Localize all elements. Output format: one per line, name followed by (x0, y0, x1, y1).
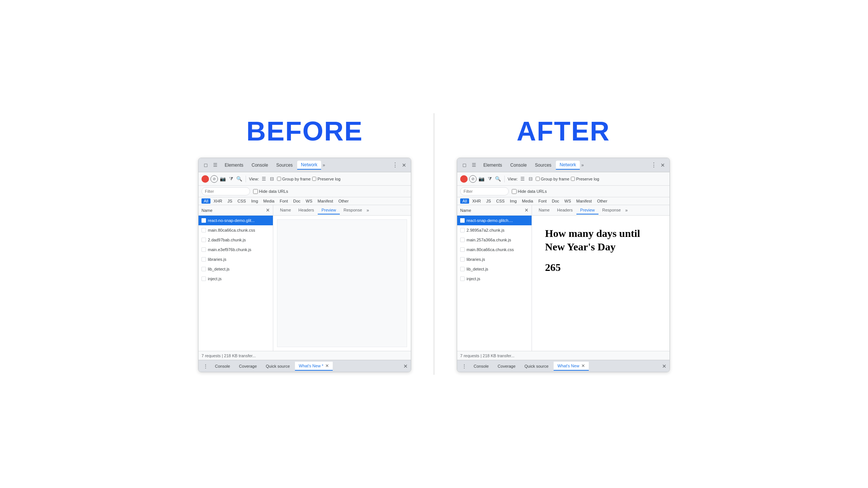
before-type-font[interactable]: Font (277, 198, 290, 204)
after-file-item-2[interactable]: main.257a366a.chunk.js (457, 235, 532, 245)
after-type-media[interactable]: Media (520, 198, 535, 204)
before-large-view-icon[interactable]: ⊟ (269, 176, 276, 182)
after-file-item-1[interactable]: 2.9895a7a2.chunk.js (457, 225, 532, 235)
after-drawer-quick-source[interactable]: Quick source (521, 362, 552, 370)
before-filter-input[interactable] (201, 187, 250, 195)
after-group-by-frame-checkbox[interactable] (536, 177, 540, 181)
before-file-item-3[interactable]: main.e3ef976b.chunk.js (198, 245, 273, 254)
after-type-img[interactable]: Img (508, 198, 519, 204)
before-hide-data-urls-checkbox[interactable] (253, 189, 258, 194)
before-type-js[interactable]: JS (225, 198, 234, 204)
before-type-manifest[interactable]: Manifest (316, 198, 336, 204)
after-drawer-whats-new-close[interactable]: ✕ (581, 363, 585, 368)
before-cursor-icon[interactable]: ◻ (201, 161, 210, 169)
after-drawer-menu[interactable]: ⋮ (460, 363, 468, 369)
after-file-item-0[interactable]: react-snap-demo.glitch.... (457, 216, 532, 225)
after-clear-button[interactable]: ⊘ (469, 175, 477, 183)
before-type-other[interactable]: Other (336, 198, 351, 204)
before-tab-network[interactable]: Network (297, 161, 321, 170)
after-file-item-6[interactable]: inject.js (457, 274, 532, 284)
before-panel-tab-name[interactable]: Name (276, 206, 295, 214)
before-type-doc[interactable]: Doc (291, 198, 303, 204)
after-file-item-3[interactable]: main.80ca66ca.chunk.css (457, 245, 532, 254)
after-panel-tab-preview[interactable]: Preview (576, 206, 598, 214)
before-search-icon[interactable]: 🔍 (236, 176, 243, 182)
before-type-img[interactable]: Img (249, 198, 260, 204)
after-drawer-whats-new[interactable]: What's New ✕ (554, 362, 588, 371)
before-filter-icon[interactable]: ⧩ (228, 176, 234, 182)
after-tab-close[interactable]: ✕ (659, 162, 667, 168)
before-record-button[interactable] (201, 175, 209, 183)
before-type-media[interactable]: Media (261, 198, 277, 204)
before-drawer-quick-source[interactable]: Quick source (262, 362, 293, 370)
after-panel-tab-headers[interactable]: Headers (553, 206, 576, 214)
before-type-ws[interactable]: WS (304, 198, 315, 204)
before-file-item-4[interactable]: libraries.js (198, 254, 273, 264)
after-type-css[interactable]: CSS (494, 198, 507, 204)
before-drawer-coverage[interactable]: Coverage (235, 362, 261, 370)
after-drawer-close[interactable]: ✕ (662, 363, 667, 369)
before-drawer-whats-new-close[interactable]: ✕ (325, 363, 329, 368)
before-drawer-menu[interactable]: ⋮ (201, 363, 210, 369)
before-tab-console[interactable]: Console (248, 161, 272, 169)
before-panel-tab-response[interactable]: Response (340, 206, 366, 214)
after-panel-tab-name[interactable]: Name (535, 206, 553, 214)
after-search-icon[interactable]: 🔍 (495, 176, 501, 182)
before-tab-menu[interactable]: ⋮ (391, 161, 400, 169)
before-tab-close[interactable]: ✕ (400, 162, 408, 168)
after-hide-data-urls-checkbox[interactable] (512, 189, 517, 194)
before-panel-tab-more[interactable]: » (367, 208, 369, 213)
after-large-view-icon[interactable]: ⊟ (527, 176, 534, 182)
after-file-list-close[interactable]: ✕ (524, 207, 529, 213)
after-tab-sources[interactable]: Sources (531, 161, 555, 169)
before-type-css[interactable]: CSS (235, 198, 248, 204)
before-file-item-1[interactable]: main.80ca66ca.chunk.css (198, 225, 273, 235)
after-device-icon[interactable]: ☰ (470, 161, 478, 169)
before-file-item-6[interactable]: inject.js (198, 274, 273, 284)
before-list-view-icon[interactable]: ☰ (261, 176, 267, 182)
after-type-js[interactable]: JS (484, 198, 493, 204)
after-type-font[interactable]: Font (536, 198, 549, 204)
after-tab-menu[interactable]: ⋮ (649, 161, 658, 169)
before-tab-elements[interactable]: Elements (221, 161, 247, 169)
after-type-xhr[interactable]: XHR (470, 198, 483, 204)
after-file-item-4[interactable]: libraries.js (457, 254, 532, 264)
after-panel-tab-response[interactable]: Response (598, 206, 625, 214)
before-drawer-close[interactable]: ✕ (403, 363, 408, 369)
after-cursor-icon[interactable]: ◻ (460, 161, 468, 169)
before-file-item-0[interactable]: react-no-snap-demo.glit... (198, 216, 273, 225)
before-drawer-console[interactable]: Console (211, 362, 234, 370)
before-preserve-log-checkbox[interactable] (312, 177, 316, 181)
after-filter-icon[interactable]: ⧩ (486, 176, 493, 182)
after-drawer-console[interactable]: Console (470, 362, 492, 370)
after-tab-more[interactable]: » (581, 163, 584, 168)
after-record-button[interactable] (460, 175, 468, 183)
after-type-other[interactable]: Other (595, 198, 610, 204)
after-tab-elements[interactable]: Elements (480, 161, 506, 169)
before-tab-more[interactable]: » (323, 163, 325, 168)
after-type-manifest[interactable]: Manifest (574, 198, 594, 204)
before-type-all[interactable]: All (201, 198, 210, 204)
before-file-list-close[interactable]: ✕ (266, 207, 270, 213)
before-camera-icon[interactable]: 📷 (219, 176, 226, 182)
after-file-item-5[interactable]: lib_detect.js (457, 264, 532, 274)
before-device-icon[interactable]: ☰ (211, 161, 219, 169)
before-drawer-whats-new[interactable]: What's New * ✕ (295, 362, 333, 371)
after-filter-input[interactable] (460, 187, 509, 195)
after-tab-network[interactable]: Network (556, 161, 580, 170)
before-file-item-2[interactable]: 2.dad97bab.chunk.js (198, 235, 273, 245)
before-group-by-frame-checkbox[interactable] (277, 177, 281, 181)
before-panel-tab-preview[interactable]: Preview (318, 206, 340, 214)
after-type-all[interactable]: All (460, 198, 469, 204)
before-file-item-5[interactable]: lib_detect.js (198, 264, 273, 274)
after-tab-console[interactable]: Console (507, 161, 530, 169)
after-panel-tab-more[interactable]: » (625, 208, 628, 213)
before-type-xhr[interactable]: XHR (211, 198, 224, 204)
after-camera-icon[interactable]: 📷 (478, 176, 485, 182)
before-tab-sources[interactable]: Sources (273, 161, 296, 169)
after-type-doc[interactable]: Doc (550, 198, 561, 204)
before-clear-button[interactable]: ⊘ (210, 175, 218, 183)
before-panel-tab-headers[interactable]: Headers (295, 206, 318, 214)
after-preserve-log-checkbox[interactable] (571, 177, 575, 181)
after-list-view-icon[interactable]: ☰ (519, 176, 526, 182)
